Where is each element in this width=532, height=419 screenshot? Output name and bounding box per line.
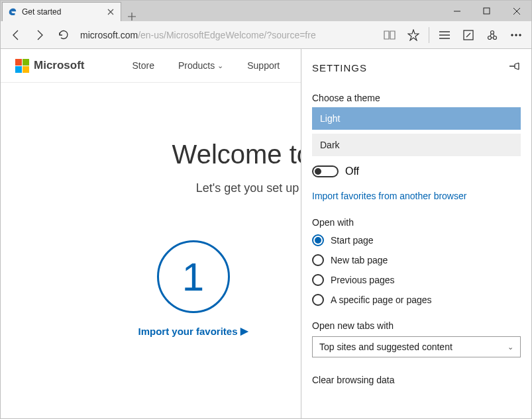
svg-point-6 [515, 34, 517, 36]
theme-options: Light Dark [312, 107, 521, 156]
svg-point-3 [488, 36, 492, 39]
address-host: microsoft.com [80, 30, 138, 40]
newtabs-section-label: Open new tabs with [312, 320, 521, 331]
radio-specific[interactable]: A specific page or pages [312, 294, 521, 306]
minimize-button[interactable] [442, 1, 472, 21]
hub-icon[interactable] [433, 24, 456, 46]
refresh-button[interactable] [52, 24, 75, 46]
edge-favicon-icon [8, 7, 17, 17]
address-bar[interactable]: microsoft.com/en-us/MicrosoftEdgeWelcome… [80, 30, 373, 40]
radio-start-page[interactable]: Start page [312, 234, 521, 246]
settings-panel: SETTINGS Choose a theme Light Dark Off I… [301, 49, 531, 418]
tab-title: Get started [22, 7, 105, 17]
reading-view-icon[interactable] [378, 24, 401, 46]
pin-icon[interactable] [509, 62, 521, 73]
back-button[interactable] [5, 24, 27, 46]
play-icon: ▶ [240, 325, 248, 337]
openwith-options: Start page New tab page Previous pages A… [312, 234, 521, 306]
radio-new-tab[interactable]: New tab page [312, 254, 521, 266]
more-icon[interactable] [505, 24, 527, 46]
radio-previous[interactable]: Previous pages [312, 274, 521, 286]
chevron-down-icon: ⌄ [507, 343, 513, 351]
nav-support[interactable]: Support [247, 60, 280, 71]
toolbar-divider [429, 27, 429, 43]
favorite-star-icon[interactable] [402, 24, 425, 46]
nav-store[interactable]: Store [133, 60, 154, 71]
new-tab-button[interactable] [121, 12, 142, 21]
toggle-switch[interactable] [312, 165, 339, 177]
forward-button[interactable] [28, 24, 51, 46]
theme-section-label: Choose a theme [312, 93, 521, 103]
svg-point-5 [511, 34, 513, 36]
theme-light[interactable]: Light [312, 107, 521, 130]
microsoft-logo[interactable]: Microsoft [15, 59, 85, 73]
theme-toggle-row: Off [312, 165, 521, 177]
svg-point-7 [519, 34, 521, 36]
radio-icon [312, 254, 324, 266]
newtabs-select[interactable]: Top sites and suggested content ⌄ [312, 336, 521, 357]
address-path: /en-us/MicrosoftEdgeWelcome/?source=fre [138, 30, 316, 40]
title-bar: Get started [1, 1, 531, 21]
microsoft-brand-text: Microsoft [34, 59, 85, 72]
step-1[interactable]: 1 Import your favorites ▶ [138, 240, 248, 337]
radio-icon [312, 234, 324, 246]
settings-title: SETTINGS [312, 62, 367, 73]
window-controls [442, 1, 531, 21]
microsoft-nav: Store Products ⌄ Support [133, 60, 280, 71]
step-1-circle: 1 [157, 240, 230, 313]
tab-get-started[interactable]: Get started [2, 2, 121, 21]
theme-dark[interactable]: Dark [312, 134, 521, 156]
maximize-button[interactable] [472, 1, 502, 21]
openwith-section-label: Open with [312, 217, 521, 228]
close-tab-icon[interactable] [105, 6, 117, 18]
clear-data-label: Clear browsing data [312, 375, 521, 385]
svg-point-4 [494, 36, 497, 39]
radio-icon [312, 274, 324, 286]
toolbar: microsoft.com/en-us/MicrosoftEdgeWelcome… [1, 21, 531, 49]
svg-point-2 [491, 30, 494, 34]
microsoft-logo-icon [15, 59, 29, 73]
radio-icon [312, 294, 324, 306]
settings-header: SETTINGS [312, 56, 521, 79]
close-window-button[interactable] [502, 1, 531, 21]
web-note-icon[interactable] [457, 24, 480, 46]
import-favorites-link[interactable]: Import favorites from another browser [312, 191, 521, 201]
share-icon[interactable] [481, 24, 504, 46]
chevron-down-icon: ⌄ [217, 62, 223, 70]
step-1-label: Import your favorites ▶ [138, 325, 248, 337]
nav-products[interactable]: Products ⌄ [178, 60, 223, 71]
tab-strip: Get started [1, 1, 142, 21]
toggle-label: Off [345, 165, 359, 177]
browser-window: Get started microsoft.com/en-us/Microsof… [0, 0, 532, 419]
newtabs-value: Top sites and suggested content [319, 342, 452, 352]
svg-rect-0 [484, 8, 490, 14]
